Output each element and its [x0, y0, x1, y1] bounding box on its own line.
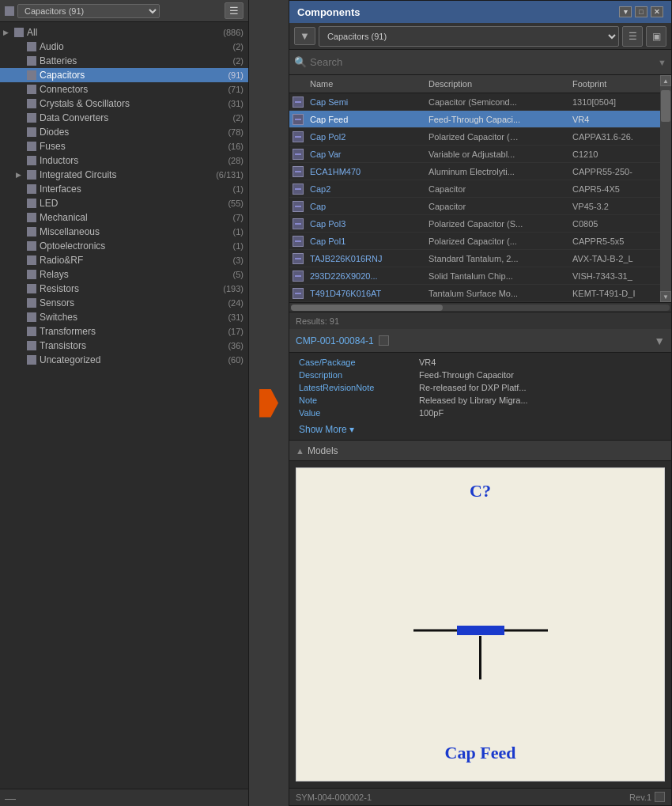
table-row[interactable]: ECA1HM470Aluminum Electrolyti...CAPPR55-…	[289, 163, 660, 180]
table-row[interactable]: 293D226X9020...Solid Tantalum Chip...VIS…	[289, 267, 660, 285]
tree-item-data-converters[interactable]: Data Converters (2)	[0, 111, 248, 125]
close-button[interactable]: ✕	[651, 6, 663, 17]
tree-item-label: LED	[40, 198, 225, 209]
collapse-button[interactable]: —	[5, 792, 16, 804]
category-icon	[27, 213, 36, 222]
tree-item-audio[interactable]: Audio (2)	[0, 40, 248, 54]
tree-item-inductors[interactable]: Inductors (28)	[0, 153, 248, 168]
models-collapse-icon[interactable]: ▲	[296, 446, 304, 456]
minimize-button[interactable]: ▾	[619, 6, 632, 17]
library-dropdown[interactable]: Capacitors (91)	[17, 4, 160, 18]
tree-item-capacitors[interactable]: Capacitors (91)	[0, 68, 248, 82]
name-col-header[interactable]: Name	[307, 78, 425, 90]
table-row[interactable]: Cap Pol2Polarized Capacitor (…CAPPA31.6-…	[289, 128, 660, 146]
tree-item-fuses[interactable]: Fuses (16)	[0, 139, 248, 153]
capacitor-icon	[5, 6, 14, 16]
category-icon	[14, 28, 24, 37]
tree-item-label: Resistors	[40, 283, 220, 294]
scroll-down-button[interactable]: ▼	[660, 291, 671, 302]
row-description: Tantalum Surface Mo...	[425, 289, 569, 298]
rev-checkbox[interactable]	[655, 792, 665, 802]
tree-item-interfaces[interactable]: Interfaces (1)	[0, 182, 248, 196]
table-row[interactable]: Cap Pol3Polarized Capacitor (S...C0805	[289, 215, 660, 233]
search-dropdown-arrow[interactable]: ▼	[658, 58, 666, 67]
table-row[interactable]: TAJB226K016RNJStandard Tantalum, 2...AVX…	[289, 250, 660, 267]
filter-button[interactable]: ▼	[294, 27, 315, 45]
tree-item-label: Miscellaneous	[40, 226, 230, 237]
table-row[interactable]: Cap SemiCapacitor (Semicond...1310[0504]	[289, 93, 660, 111]
desc-col-header[interactable]: Description	[425, 78, 569, 90]
library-select[interactable]: Capacitors (91)	[319, 26, 619, 47]
hamburger-button[interactable]: ☰	[225, 2, 244, 19]
tree-item-switches[interactable]: Switches (31)	[0, 310, 248, 324]
property-row: NoteReleased by Library Migra...	[299, 395, 662, 405]
tree-item-all[interactable]: ▶All (886)	[0, 25, 248, 40]
property-value: 100pF	[419, 408, 662, 418]
tree-item-uncategorized[interactable]: Uncategorized (60)	[0, 353, 248, 367]
show-more-label: Show More	[299, 424, 347, 435]
row-name: 293D226X9020...	[307, 271, 425, 281]
category-icon	[27, 142, 36, 151]
tree-item-resistors[interactable]: Resistors (193)	[0, 282, 248, 296]
search-bar: 🔍 ▼	[289, 50, 671, 75]
tree-item-transistors[interactable]: Transistors (36)	[0, 339, 248, 353]
scroll-up-button[interactable]: ▲	[660, 75, 671, 86]
category-icon	[27, 255, 36, 265]
tree-item-count: (193)	[223, 284, 244, 293]
tree-item-count: (24)	[228, 298, 244, 308]
row-name: Cap2	[307, 184, 425, 194]
schematic-symbol	[413, 585, 548, 679]
left-panel: Capacitors (91) ☰ ▶All (886)Audio (2)Bat…	[0, 0, 249, 806]
row-footprint: VR4	[569, 115, 660, 124]
grid-view-button[interactable]: ▣	[646, 26, 666, 47]
tree-item-batteries[interactable]: Batteries (2)	[0, 54, 248, 68]
row-name: TAJB226K016RNJ	[307, 254, 425, 263]
tree-item-led[interactable]: LED (55)	[0, 196, 248, 210]
search-icon: 🔍	[294, 56, 307, 68]
component-id: CMP-001-00084-1	[296, 335, 389, 346]
table-row[interactable]: Cap2CapacitorCAPR5-4X5	[289, 180, 660, 198]
fp-col-header[interactable]: Footprint	[569, 78, 660, 90]
table-row[interactable]: Cap Pol1Polarized Capacitor (...CAPPR5-5…	[289, 233, 660, 250]
row-description: Variable or Adjustabl...	[425, 149, 569, 159]
row-description: Standard Tantalum, 2...	[425, 254, 569, 263]
scroll-track[interactable]	[660, 86, 671, 291]
tree-item-mechanical[interactable]: Mechanical (7)	[0, 210, 248, 225]
show-more-button[interactable]: Show More ▾	[289, 422, 671, 440]
category-icon	[27, 184, 36, 194]
row-footprint: AVX-TAJ-B-2_L	[569, 254, 660, 263]
tree-item-crystals---oscillators[interactable]: Crystals & Oscillators (31)	[0, 96, 248, 111]
vertical-scrollbar[interactable]: ▲ ▼	[660, 75, 671, 302]
list-view-button[interactable]: ☰	[622, 26, 643, 47]
scroll-thumb[interactable]	[661, 90, 670, 122]
tree-item-sensors[interactable]: Sensors (24)	[0, 296, 248, 310]
h-scroll-thumb[interactable]	[291, 305, 443, 311]
category-icon	[27, 298, 36, 308]
tree-item-count: (3)	[233, 255, 244, 265]
search-input[interactable]	[310, 56, 655, 68]
tree-item-integrated-circuits[interactable]: ▶Integrated Circuits (6/131)	[0, 168, 248, 182]
detail-collapse-button[interactable]: ▼	[654, 335, 665, 347]
table-row[interactable]: Cap VarVariable or Adjustabl...C1210	[289, 146, 660, 163]
tree-item-relays[interactable]: Relays (5)	[0, 267, 248, 282]
tree-item-transformers[interactable]: Transformers (17)	[0, 324, 248, 339]
tree-item-label: Integrated Circuits	[40, 169, 213, 180]
row-name: Cap Var	[307, 149, 425, 159]
tree-item-radio-rf[interactable]: Radio&RF (3)	[0, 253, 248, 267]
table-row[interactable]: CapCapacitorVP45-3.2	[289, 198, 660, 215]
h-scroll-track[interactable]	[291, 305, 670, 311]
property-row: Case/PackageVR4	[299, 358, 662, 367]
maximize-button[interactable]: □	[635, 6, 647, 17]
expand-icon: ▶	[3, 28, 11, 36]
tree-item-connectors[interactable]: Connectors (71)	[0, 82, 248, 96]
property-value: Re-released for DXP Platf...	[419, 383, 662, 392]
table-row[interactable]: Cap FeedFeed-Through Capaci...VR4	[289, 111, 660, 128]
tree-item-miscellaneous[interactable]: Miscellaneous (1)	[0, 225, 248, 239]
table-row[interactable]: T491D476K016ATTantalum Surface Mo...KEMT…	[289, 285, 660, 302]
horizontal-scrollbar[interactable]	[289, 302, 671, 312]
tree-item-label: Optoelectronics	[40, 240, 230, 252]
tree-item-diodes[interactable]: Diodes (78)	[0, 125, 248, 139]
tree-item-label: Relays	[40, 269, 230, 280]
cmp-checkbox[interactable]	[379, 335, 389, 346]
tree-item-optoelectronics[interactable]: Optoelectronics (1)	[0, 239, 248, 253]
